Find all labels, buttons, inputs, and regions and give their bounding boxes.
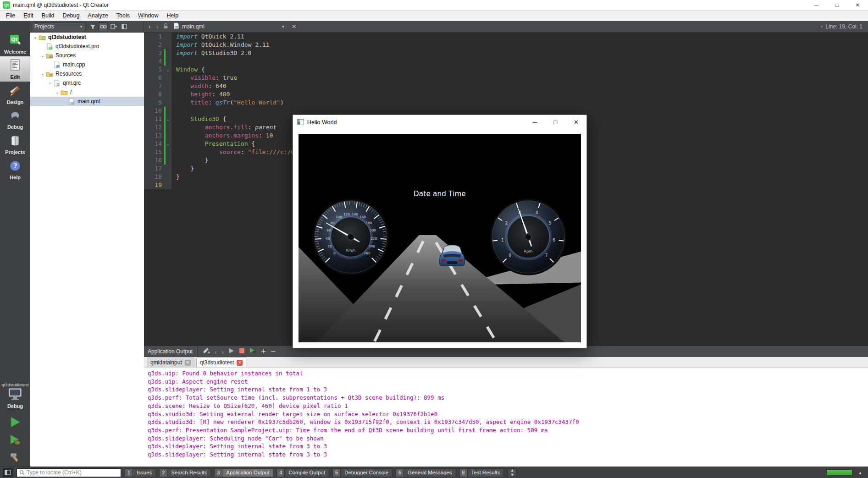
previous-item-icon[interactable]: ‹	[215, 348, 217, 356]
fold-column	[164, 173, 171, 181]
clear-output-icon[interactable]	[202, 347, 210, 356]
code-line-5: 5⌄Window {	[144, 66, 868, 74]
zoom-in-icon[interactable]: +	[261, 346, 266, 357]
code-text: }	[171, 173, 180, 181]
panel-button-general-messages[interactable]: 6General Messages	[396, 468, 456, 477]
tree-item-resources[interactable]: ⌄Resources	[30, 69, 144, 78]
split-icon[interactable]	[109, 22, 118, 31]
change-bar	[164, 132, 166, 140]
expand-progress-icon[interactable]: ▲	[856, 470, 864, 475]
output-log: q3ds.uip: Found 0 behavior instances in …	[144, 368, 868, 467]
expand-chevron-icon[interactable]: ⌄	[39, 71, 46, 76]
log-line: q3ds.slideplayer: Scheduling node "Car" …	[148, 434, 868, 443]
close-icon[interactable]: ✕	[847, 0, 868, 10]
code-text: }	[171, 165, 194, 173]
line-number: 17	[144, 165, 164, 173]
kit-selector[interactable]: qt3dstudiotestDebug	[1, 382, 28, 467]
minimize-icon[interactable]: ─	[525, 115, 545, 129]
expand-chevron-icon[interactable]: ⌄	[32, 35, 39, 39]
output-panes-menu-icon[interactable]: ▲▼	[508, 468, 517, 477]
fold-chevron-icon[interactable]: ⌄	[164, 115, 171, 123]
tree-item--[interactable]: ⌄/	[30, 88, 144, 97]
svg-text:Qt: Qt	[42, 37, 45, 39]
maximize-icon[interactable]: □	[545, 115, 566, 129]
tree-item-main-qml[interactable]: qmlmain.qml	[30, 97, 144, 106]
lock-icon	[161, 22, 171, 31]
go-back-icon[interactable]: ‹	[146, 23, 154, 30]
tree-item-label: qml.qrc	[63, 80, 81, 86]
filter-icon[interactable]	[88, 22, 97, 31]
code-text: source: "file:///c:/Q	[171, 148, 294, 156]
tree-item-qml-qrc[interactable]: ⌄qml.qrc	[30, 78, 144, 88]
close-document-icon[interactable]: ✕	[287, 23, 300, 30]
menu-item-help[interactable]: Help	[163, 11, 183, 20]
close-icon[interactable]: ✕	[566, 115, 586, 129]
code-line-8: 8 height: 480	[144, 90, 868, 99]
menu-item-edit[interactable]: Edit	[19, 11, 38, 20]
output-tab-qmldatainput[interactable]: qmldatainput✕	[147, 357, 194, 367]
folder-res-icon	[46, 71, 53, 77]
projects-pane-selector[interactable]: Projects ▼	[32, 22, 86, 31]
tree-item-main-cpp[interactable]: C+main.cpp	[30, 60, 144, 69]
mode-edit[interactable]: Edit	[0, 56, 30, 82]
menu-item-build[interactable]: Build	[38, 11, 59, 20]
mode-help[interactable]: ?Help	[0, 157, 30, 182]
menu-item-window[interactable]: Window	[134, 11, 162, 20]
line-number: 2	[144, 41, 164, 49]
fold-chevron-icon[interactable]: ⌄	[164, 66, 171, 74]
maximize-icon[interactable]: □	[827, 0, 847, 10]
zoom-out-icon[interactable]: −	[271, 346, 276, 357]
panel-button-search-results[interactable]: 2Search Results	[159, 468, 211, 477]
run-debug-button[interactable]	[9, 434, 21, 448]
mode-welcome[interactable]: QtWelcome	[0, 31, 30, 56]
mode-debug[interactable]: Debug	[0, 107, 30, 132]
file-qml-icon: qml	[68, 98, 75, 105]
build-button[interactable]	[9, 452, 21, 465]
panel-button-compile-output[interactable]: 4Compile Output	[276, 468, 329, 477]
next-item-icon[interactable]: ›	[221, 348, 224, 356]
open-document-selector[interactable]: qml main.qml ▼	[171, 22, 287, 31]
run-button[interactable]	[9, 416, 21, 430]
code-line-1: 1import QtQuick 2.11	[144, 33, 868, 41]
folder-cpp-icon: C+	[46, 52, 53, 59]
panel-button-test-results[interactable]: 8Test Results	[459, 468, 504, 477]
go-forward-icon[interactable]: ›	[154, 23, 161, 30]
mode-projects[interactable]: Projects	[0, 132, 30, 157]
close-icon[interactable]: ✕	[237, 360, 243, 366]
menu-item-analyze[interactable]: Analyze	[83, 11, 112, 20]
debug-bug-icon	[9, 110, 22, 123]
locator-input[interactable]	[27, 469, 118, 476]
svg-text:qml: qml	[71, 102, 74, 104]
tree-item-qt3dstudiotest[interactable]: ⌄Qtqt3dstudiotest	[30, 33, 144, 42]
status-bar: 1Issues2Search Results3Application Outpu…	[0, 467, 868, 478]
output-toolbar: ‹ › + −	[197, 346, 276, 357]
hello-window-title-bar[interactable]: Hello World ─ □ ✕	[293, 115, 586, 129]
tree-item-sources[interactable]: ⌄C+Sources	[30, 51, 144, 60]
menu-item-debug[interactable]: Debug	[59, 11, 84, 20]
panel-number: 4	[276, 468, 284, 477]
expand-chevron-icon[interactable]: ⌄	[54, 90, 61, 94]
log-line: q3ds.uip: Aspect engine reset	[148, 378, 868, 386]
rerun-icon[interactable]	[228, 347, 234, 356]
panel-button-issues[interactable]: 1Issues	[125, 468, 156, 477]
sync-with-editor-icon[interactable]	[99, 22, 108, 31]
mode-design[interactable]: Design	[0, 82, 30, 107]
stop-icon[interactable]	[239, 347, 245, 356]
line-number: 13	[144, 132, 164, 140]
expand-chevron-icon[interactable]: ⌄	[47, 81, 53, 85]
panel-button-debugger-console[interactable]: 5Debugger Console	[332, 468, 393, 477]
menu-item-tools[interactable]: Tools	[112, 11, 134, 20]
fold-chevron-icon[interactable]: ⌄	[164, 140, 171, 148]
hide-sidebar-icon[interactable]	[120, 22, 129, 31]
minimize-icon[interactable]: ─	[806, 0, 827, 10]
panel-number: 5	[332, 468, 340, 477]
close-icon[interactable]: ✕	[185, 360, 191, 366]
tree-item-qt3dstudiotest-pro[interactable]: Qtqt3dstudiotest.pro	[30, 42, 144, 51]
toggle-sidebar-icon[interactable]	[3, 468, 13, 477]
menu-item-file[interactable]: File	[2, 11, 19, 20]
output-tab-qt3dstudiotest[interactable]: qt3dstudiotest✕	[196, 357, 247, 367]
expand-chevron-icon[interactable]: ⌄	[39, 53, 46, 58]
panel-button-application-output[interactable]: 3Application Output	[214, 468, 273, 477]
run-debug-icon[interactable]	[249, 347, 256, 356]
svg-text:6: 6	[553, 237, 555, 242]
